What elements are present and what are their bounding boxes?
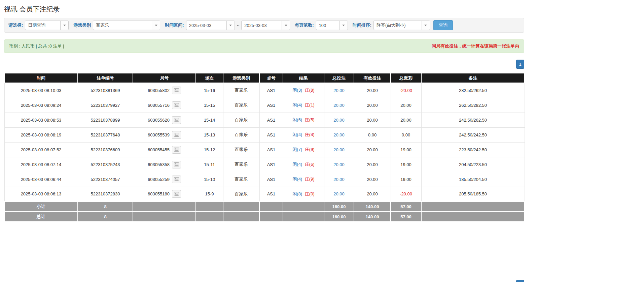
- cell-bet-id: 522310374057: [78, 172, 133, 187]
- total-bet-link[interactable]: 20.00: [333, 162, 345, 167]
- video-replay-button[interactable]: [172, 87, 181, 94]
- video-replay-button[interactable]: [172, 176, 181, 183]
- cell-game-type: 百家乐: [223, 98, 259, 113]
- cell-round-id: 603055620: [133, 113, 196, 127]
- table-row: 2025-03-03 08:09:24 522310379927 6030557…: [4, 98, 525, 113]
- cell-payout: 20.00: [391, 98, 421, 113]
- total-total-bet: 160.00: [324, 212, 354, 222]
- total-bet-link[interactable]: 20.00: [333, 147, 345, 152]
- sort-select[interactable]: 降幂(由大到小): [373, 21, 430, 30]
- total-bet-link[interactable]: 20.00: [333, 177, 345, 182]
- cell-total-bet: 20.00: [324, 98, 354, 113]
- query-type-label: 请选择:: [8, 22, 23, 28]
- table-row: 2025-03-03 08:08:19 522310377648 6030555…: [4, 127, 525, 142]
- cell-round-id: 603055539: [133, 127, 196, 142]
- video-replay-button[interactable]: [172, 131, 181, 139]
- total-empty: [421, 212, 525, 222]
- chevron-down-icon[interactable]: [226, 21, 235, 30]
- page-size-select[interactable]: 100: [316, 21, 348, 30]
- round-id-text: 603055358: [148, 162, 170, 167]
- table-row: 2025-03-03 08:10:03 522310381369 6030558…: [4, 83, 525, 98]
- subtotal-empty: [421, 201, 525, 212]
- video-replay-button[interactable]: [172, 101, 181, 109]
- total-label: 总计: [4, 212, 78, 222]
- header-result: 结果: [283, 73, 324, 83]
- cell-valid-bet: 20.00: [354, 113, 391, 127]
- chevron-down-icon[interactable]: [422, 21, 430, 30]
- cell-table-no: AS1: [259, 113, 283, 127]
- date-to-value: 2025-03-03: [242, 21, 282, 30]
- search-button[interactable]: 查询: [433, 20, 453, 30]
- game-type-select[interactable]: 百家乐: [93, 21, 160, 30]
- game-type-value: 百家乐: [93, 21, 152, 30]
- result-banker: 庄(4): [305, 132, 315, 137]
- result-banker: 庄(1): [305, 102, 315, 107]
- result-banker: 庄(0): [305, 191, 315, 196]
- cell-total-bet: 20.00: [324, 187, 354, 201]
- cell-session: 15-10: [196, 172, 223, 187]
- table-header: 时间 注单编号 局号 场次 游戏类别 桌号 结果 总投注 有效投注 总派彩 备注: [4, 73, 525, 83]
- cell-bet-id: 522310378899: [78, 113, 133, 127]
- cell-valid-bet: 0.00: [354, 127, 391, 142]
- page-size-label: 每页笔数:: [295, 22, 314, 28]
- total-bet-link[interactable]: 20.00: [333, 132, 345, 137]
- round-id-text: 603055716: [148, 103, 170, 108]
- cell-total-bet: 20.00: [324, 83, 354, 98]
- round-id-text: 603055259: [148, 177, 170, 182]
- video-replay-button[interactable]: [172, 146, 181, 154]
- chevron-down-icon[interactable]: [60, 21, 68, 30]
- cell-round-id: 603055358: [133, 157, 196, 172]
- cell-result: 闲(3) 庄(8): [283, 83, 324, 98]
- cell-valid-bet: 20.00: [354, 83, 391, 98]
- cell-bet-id: 522310377648: [78, 127, 133, 142]
- date-to-select[interactable]: 2025-03-03: [241, 21, 290, 30]
- cell-session: 15-9: [196, 187, 223, 201]
- video-replay-button[interactable]: [172, 161, 181, 168]
- cell-bet-id: 522310376609: [78, 142, 133, 157]
- chevron-down-icon[interactable]: [282, 21, 290, 30]
- page-button-1-bottom[interactable]: 1: [516, 280, 524, 282]
- total-bet-link[interactable]: 20.00: [333, 103, 345, 108]
- video-replay-button[interactable]: [172, 190, 181, 198]
- total-empty: [133, 212, 196, 222]
- total-bet-link[interactable]: 20.00: [333, 191, 345, 196]
- cell-session: 15-13: [196, 127, 223, 142]
- total-bet-link[interactable]: 20.00: [333, 118, 345, 123]
- total-bet-link[interactable]: 20.00: [333, 88, 345, 93]
- date-from-select[interactable]: 2025-03-03: [186, 21, 235, 30]
- result-banker: 庄(9): [305, 177, 315, 182]
- replay-video-icon: [174, 177, 179, 181]
- chevron-down-icon[interactable]: [339, 21, 348, 30]
- page-button-1[interactable]: 1: [516, 60, 524, 69]
- cell-result: 闲(8) 庄(0): [283, 187, 324, 201]
- replay-video-icon: [174, 118, 179, 122]
- cell-round-id: 603055802: [133, 83, 196, 98]
- cell-valid-bet: 20.00: [354, 172, 391, 187]
- header-remark: 备注: [421, 73, 525, 83]
- total-empty: [223, 212, 259, 222]
- result-player: 闲(8): [292, 191, 302, 196]
- video-replay-button[interactable]: [172, 116, 181, 124]
- total-empty: [283, 212, 324, 222]
- query-type-select[interactable]: 日期查询: [25, 21, 69, 30]
- page-size-value: 100: [316, 21, 339, 30]
- cell-time: 2025-03-03 08:06:44: [4, 172, 78, 187]
- cell-round-id: 603055259: [133, 172, 196, 187]
- replay-video-icon: [174, 88, 179, 92]
- cell-game-type: 百家乐: [223, 83, 259, 98]
- cell-table-no: AS1: [259, 98, 283, 113]
- cell-remark: 242.50/242.50: [421, 127, 525, 142]
- cell-total-bet: 20.00: [324, 142, 354, 157]
- header-time: 时间: [4, 73, 78, 83]
- cell-remark: 262.50/282.50: [421, 98, 525, 113]
- cell-bet-id: 522310381369: [78, 83, 133, 98]
- cell-table-no: AS1: [259, 157, 283, 172]
- round-id-text: 603055802: [148, 88, 170, 93]
- cell-payout: -20.00: [391, 83, 421, 98]
- chevron-down-icon[interactable]: [152, 21, 160, 30]
- round-id-text: 603055620: [148, 118, 170, 123]
- date-from-value: 2025-03-03: [186, 21, 226, 30]
- total-payout: 57.00: [391, 212, 421, 222]
- cell-game-type: 百家乐: [223, 127, 259, 142]
- result-banker: 庄(8): [305, 88, 315, 93]
